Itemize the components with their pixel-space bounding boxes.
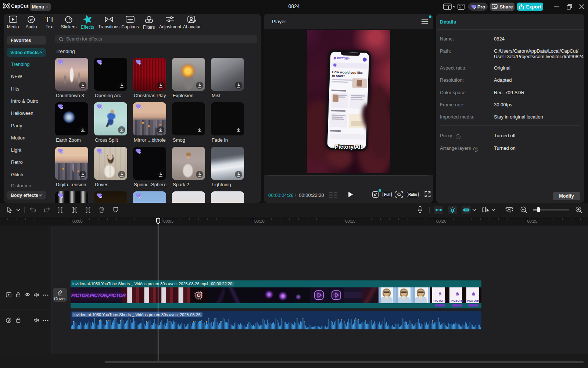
svg-text:T: T	[45, 15, 50, 23]
svg-text:I: I	[51, 15, 53, 23]
